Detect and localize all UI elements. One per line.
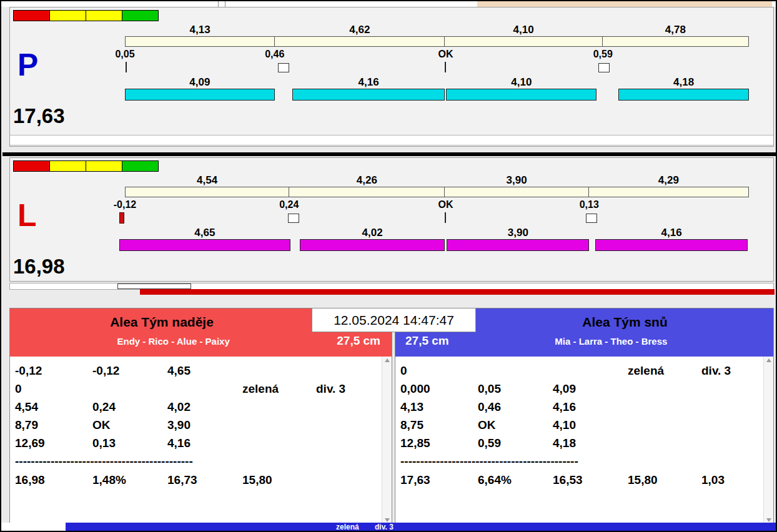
upper-split-segment: 4,10 bbox=[445, 37, 602, 46]
lower-split-bar: 4,10 bbox=[446, 89, 596, 101]
lane-divider bbox=[2, 152, 776, 156]
table-cell: 0,000 bbox=[400, 380, 478, 398]
team-name: Alea Tým naděje bbox=[10, 308, 314, 330]
change-box-marker bbox=[586, 214, 597, 223]
upper-split-bar: 4,13 4,62 4,10 4,78 bbox=[125, 36, 749, 47]
table-cell bbox=[628, 380, 701, 398]
table-cell: 4,65 bbox=[167, 362, 242, 380]
upper-split-segment: 4,54 bbox=[126, 187, 289, 197]
lower-split-value: 4,16 bbox=[359, 76, 379, 89]
table-cell bbox=[167, 380, 242, 398]
lower-split-bar: 4,02 bbox=[300, 239, 445, 251]
table-row: 0 zelená div. 3 bbox=[400, 362, 773, 380]
start-tick-marker bbox=[126, 62, 127, 72]
table-cell: 0,24 bbox=[92, 398, 167, 416]
scrollbar-up-icon[interactable] bbox=[766, 358, 771, 362]
team-panel-left: Alea Tým naděje Endy - Rico - Alue - Pai… bbox=[9, 308, 392, 523]
lane-letter: P bbox=[17, 49, 38, 82]
fault-red-marker bbox=[119, 212, 124, 224]
table-cell bbox=[242, 416, 316, 434]
light-yellow-icon bbox=[49, 10, 86, 21]
table-cell: zelená bbox=[628, 362, 701, 380]
table-cell bbox=[242, 362, 316, 380]
table-cell bbox=[701, 416, 773, 434]
lower-split-bar: 4,65 bbox=[119, 239, 290, 251]
lower-split-value: 3,90 bbox=[508, 227, 528, 239]
upper-split-value: 4,78 bbox=[665, 24, 686, 36]
table-summary-row: 16,98 1,48% 16,73 15,80 bbox=[15, 471, 392, 489]
table-cell: 4,16 bbox=[167, 434, 242, 452]
table-cell: 4,16 bbox=[553, 398, 628, 416]
lane-letter: L bbox=[17, 199, 37, 232]
table-cell: 4,18 bbox=[553, 434, 628, 452]
table-cell bbox=[628, 416, 701, 434]
window-edge-tick bbox=[218, 1, 219, 7]
status-bar-blue: zelená div. 3 bbox=[66, 523, 776, 532]
lane-total-time: 16,98 bbox=[13, 255, 65, 278]
change-time: 0,59 bbox=[593, 49, 613, 60]
scrollbar-down-icon[interactable] bbox=[766, 518, 771, 522]
upper-split-segment: 4,29 bbox=[589, 187, 748, 197]
lower-split-value: 4,09 bbox=[189, 76, 210, 89]
change-time: 0,46 bbox=[265, 49, 284, 60]
change-box-marker bbox=[288, 214, 299, 223]
table-cell: 0,59 bbox=[478, 434, 553, 452]
upper-split-value: 4,10 bbox=[513, 24, 534, 36]
table-cell bbox=[92, 380, 167, 398]
table-cell bbox=[316, 416, 392, 434]
scrollbar-down-icon[interactable] bbox=[385, 518, 390, 522]
status-division: div. 3 bbox=[375, 523, 393, 531]
table-cell bbox=[701, 434, 773, 452]
upper-split-value: 4,29 bbox=[658, 174, 679, 187]
table-summary-row: 17,63 6,64% 16,53 15,80 1,03 bbox=[400, 471, 773, 489]
lower-split-bar: 4,16 bbox=[595, 239, 748, 251]
table-cell: OK bbox=[478, 416, 553, 434]
lower-split-bar: 4,18 bbox=[618, 89, 749, 101]
table-row: 12,69 0,13 4,16 bbox=[15, 434, 392, 452]
summary-total: 16,98 bbox=[15, 471, 92, 489]
team-results-text: -0,12 -0,12 4,65 0 zelená div. 3 4,54 0,… bbox=[10, 357, 392, 524]
table-row: 12,85 0,59 4,18 bbox=[400, 434, 773, 452]
lane-total-time: 17,63 bbox=[13, 104, 65, 128]
ok-tick-marker bbox=[445, 212, 446, 223]
table-cell: zelená bbox=[242, 380, 316, 398]
jump-height: 27,5 cm bbox=[395, 334, 449, 348]
lower-split-value: 4,65 bbox=[194, 227, 215, 239]
table-cell: 4,13 bbox=[400, 398, 478, 416]
lower-split-value: 4,02 bbox=[362, 227, 383, 239]
ok-tick-marker bbox=[445, 62, 446, 72]
lane-progress-track bbox=[10, 135, 773, 145]
team-panel-right: Alea Tým snů 27,5 cm Mia - Larra - Theo … bbox=[395, 308, 774, 523]
table-row: 4,54 0,24 4,02 bbox=[15, 398, 392, 416]
table-row: 0,000 0,05 4,09 bbox=[400, 380, 773, 398]
table-separator: ----------------------------------------… bbox=[15, 452, 392, 470]
lane-panel-p: P 4,13 4,62 4,10 4,78 0,05 0,46 OK 0,59 bbox=[9, 7, 774, 147]
scrollbar[interactable] bbox=[382, 357, 392, 524]
upper-split-value: 3,90 bbox=[507, 174, 527, 187]
jump-height: 27,5 cm bbox=[337, 334, 392, 348]
lane-track: 4,54 4,26 3,90 4,29 -0,12 0,24 OK 0,13 4… bbox=[125, 158, 749, 264]
status-label: zelená bbox=[336, 523, 359, 531]
table-cell: 0 bbox=[400, 362, 478, 380]
upper-split-segment: 4,78 bbox=[603, 37, 748, 46]
table-cell: 4,10 bbox=[553, 416, 628, 434]
table-cell bbox=[316, 434, 392, 452]
upper-split-segment: 4,62 bbox=[275, 37, 445, 46]
team-results-text: 0 zelená div. 3 0,000 0,05 4,09 4,13 0,4… bbox=[395, 357, 773, 524]
summary-percent: 1,48% bbox=[92, 471, 167, 489]
change-time: 0,13 bbox=[580, 199, 599, 210]
table-cell: OK bbox=[92, 416, 167, 434]
table-row: 0 zelená div. 3 bbox=[15, 380, 392, 398]
light-red-icon bbox=[13, 10, 50, 21]
teams-section: Alea Tým naděje Endy - Rico - Alue - Pai… bbox=[9, 308, 774, 523]
table-cell: div. 3 bbox=[316, 380, 392, 398]
race-marker-box bbox=[117, 283, 191, 289]
scrollbar[interactable] bbox=[763, 357, 773, 524]
table-row: 8,79 OK 3,90 bbox=[15, 416, 392, 434]
lower-split-value: 4,10 bbox=[511, 76, 532, 89]
summary-percent: 6,64% bbox=[478, 471, 553, 489]
scrollbar-up-icon[interactable] bbox=[385, 358, 390, 362]
lower-split-value: 4,16 bbox=[661, 227, 682, 239]
change-time: -0,12 bbox=[114, 199, 136, 210]
change-box-marker bbox=[598, 63, 610, 72]
